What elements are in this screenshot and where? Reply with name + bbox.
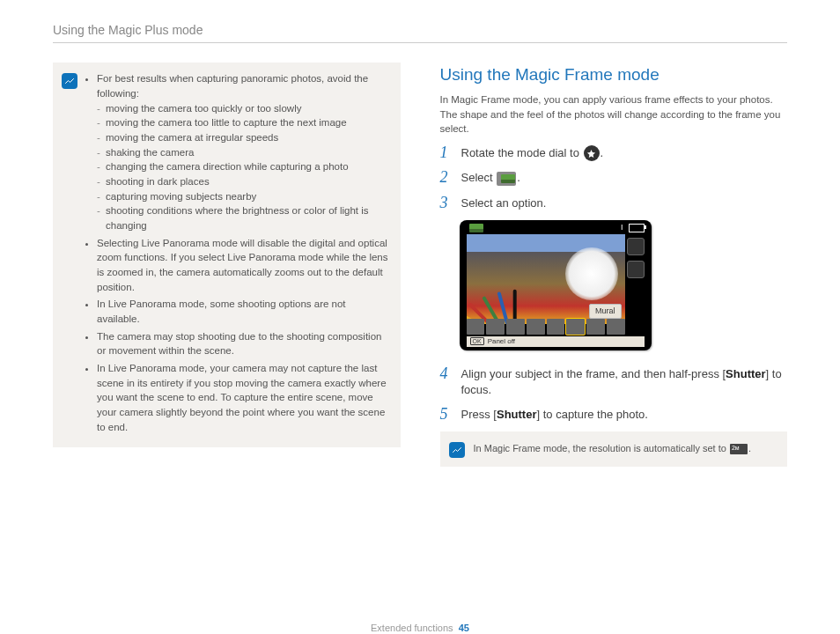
tips-note-box: For best results when capturing panorami… (53, 63, 401, 447)
side-icons (627, 238, 645, 278)
bullet-item: The camera may stop shooting due to the … (97, 329, 388, 358)
resolution-2m-icon (730, 444, 748, 454)
bullet-item: In Live Panorama mode, some shooting opt… (97, 297, 388, 326)
sub-item: moving the camera too little to capture … (97, 115, 388, 130)
note-icon (449, 442, 465, 458)
frame-icon (627, 238, 645, 255)
camera-preview-screenshot: I (460, 220, 652, 350)
step-number: 5 (440, 406, 454, 422)
step-2: 2 Select . (440, 170, 788, 186)
sub-item: capturing moving subjects nearby (97, 189, 388, 204)
sub-item: shooting conditions where the brightness… (97, 203, 388, 232)
sub-item: shaking the camera (97, 145, 388, 160)
step-text: Select an option. (461, 195, 788, 211)
left-column: For best results when capturing panorami… (53, 63, 401, 622)
bullet-item: Selecting Live Panorama mode will disabl… (97, 236, 388, 295)
footer-section: Extended functions (371, 623, 453, 633)
section-intro: In Magic Frame mode, you can apply vario… (440, 92, 788, 136)
shutter-label: Shutter (497, 408, 537, 421)
page-footer: Extended functions 45 (53, 622, 787, 634)
step-text-a: Align your subject in the frame, and the… (461, 367, 726, 380)
step-number: 4 (440, 365, 454, 381)
battery-icon (629, 224, 645, 232)
frame-name-label: Mural (589, 304, 622, 319)
mode-dial-star-icon (584, 145, 600, 161)
sub-item: moving the camera too quickly or too slo… (97, 101, 388, 116)
step-number: 2 (440, 169, 454, 185)
magic-frame-select-icon (497, 172, 516, 186)
step-5: 5 Press [Shutter] to capture the photo. (440, 407, 788, 423)
step-number: 1 (440, 144, 454, 160)
page-number: 45 (459, 623, 469, 633)
step-text-a: Press [ (461, 408, 497, 421)
step-text: Rotate the mode dial to (461, 146, 583, 159)
step-text-c: ] to capture the photo. (536, 408, 647, 421)
note-text-b: . (748, 443, 751, 453)
panel-off-label: Panel off (488, 336, 515, 347)
steps-list: 1 Rotate the mode dial to . 2 Select . 3… (440, 145, 788, 468)
sub-item: changing the camera direction while capt… (97, 159, 388, 174)
bullet-item: In Live Panorama mode, your camera may n… (97, 361, 388, 434)
note-text-a: In Magic Frame mode, the resolution is a… (474, 443, 729, 453)
step-text-post: . (601, 146, 604, 159)
rec-indicator-icon: I (621, 224, 623, 234)
preview-thumb-icon (469, 224, 483, 232)
shutter-label: Shutter (726, 367, 766, 380)
sub-item: shooting in dark places (97, 174, 388, 189)
panel-off-bar: OK Panel off (467, 336, 645, 347)
note-icon (62, 73, 77, 89)
note-intro: For best results when capturing panorami… (97, 73, 368, 99)
note-body: For best results when capturing panorami… (86, 71, 388, 437)
ok-button-label: OK (470, 337, 484, 345)
sub-item: moving the camera at irregular speeds (97, 130, 388, 145)
resolution-note: In Magic Frame mode, the resolution is a… (440, 431, 788, 467)
section-title: Using the Magic Frame mode (440, 63, 788, 87)
frame-thumbnail-row (467, 319, 625, 335)
right-column: Using the Magic Frame mode In Magic Fram… (440, 63, 788, 622)
step-4: 4 Align your subject in the frame, and t… (440, 366, 788, 398)
frame-icon (627, 261, 645, 278)
step-3: 3 Select an option. (440, 195, 788, 211)
step-text: Select (461, 171, 497, 184)
step-number: 3 (440, 195, 454, 210)
step-text-post: . (517, 171, 520, 184)
page-header: Using the Magic Plus mode (53, 21, 787, 43)
two-column-layout: For best results when capturing panorami… (53, 63, 787, 622)
step-1: 1 Rotate the mode dial to . (440, 145, 788, 162)
